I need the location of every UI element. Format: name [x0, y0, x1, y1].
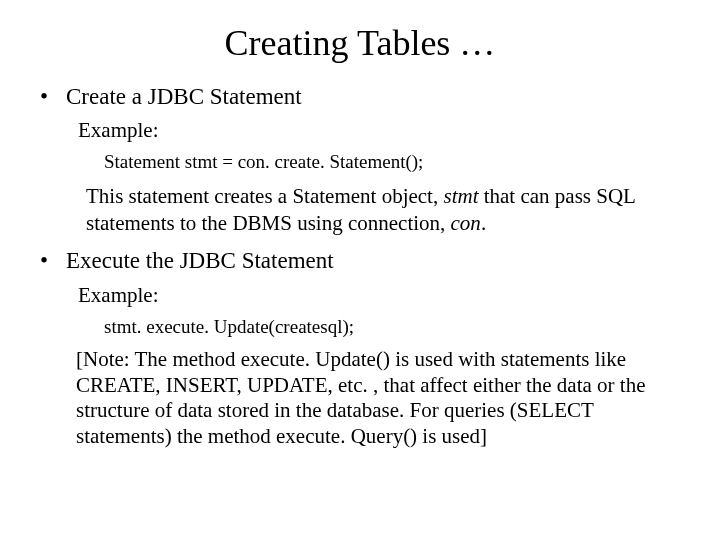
explain-post: . [481, 211, 486, 235]
bullet-dot: • [40, 82, 66, 111]
slide-title: Creating Tables … [0, 22, 720, 64]
example-label-2: Example: [78, 282, 680, 309]
explain-con-italic: con [451, 211, 481, 235]
bullet-dot: • [40, 246, 66, 275]
bullet-text: Create a JDBC Statement [66, 82, 302, 111]
bullet-text: Execute the JDBC Statement [66, 246, 334, 275]
explanation-1: This statement creates a Statement objec… [86, 183, 680, 237]
example-label-1: Example: [78, 117, 680, 144]
bullet-create-statement: • Create a JDBC Statement [40, 82, 680, 111]
code-line-2: stmt. execute. Update(createsql); [104, 315, 680, 339]
note-text: [Note: The method execute. Update() is u… [76, 347, 672, 449]
slide-content: • Create a JDBC Statement Example: State… [0, 82, 720, 449]
explain-stmt-italic: stmt [443, 184, 478, 208]
bullet-execute-statement: • Execute the JDBC Statement [40, 246, 680, 275]
slide: Creating Tables … • Create a JDBC Statem… [0, 22, 720, 540]
explain-pre: This statement creates a Statement objec… [86, 184, 443, 208]
code-line-1: Statement stmt = con. create. Statement(… [104, 150, 680, 174]
